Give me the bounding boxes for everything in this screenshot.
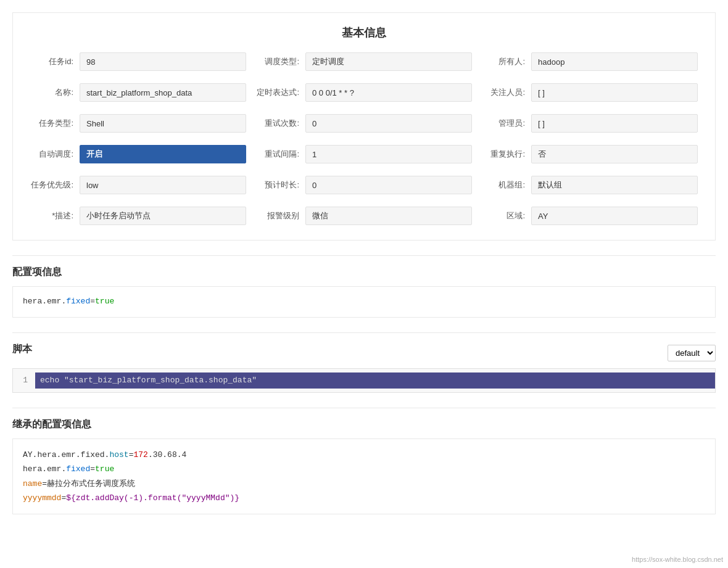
line-content-1: echo "start_biz_platform_shop_data.shop_… (35, 372, 715, 389)
owner-cell: 所有人: hadoop (477, 50, 703, 73)
follower-label: 关注人员: (482, 87, 531, 98)
retry-interval-cell: 重试间隔: 1 (251, 142, 477, 166)
schedule-type-value: 定时调度 (305, 52, 472, 71)
description-cell: *描述: 小时任务启动节点 (25, 204, 251, 228)
admin-label: 管理员: (482, 118, 531, 129)
config-key: fixed (66, 297, 90, 306)
name-label: 名称: (30, 87, 80, 98)
estimated-time-cell: 预计时长: 0 (251, 173, 477, 197)
task-type-label: 任务类型: (30, 118, 80, 129)
auto-schedule-cell: 自动调度: 开启 (25, 142, 251, 166)
name-cell: 名称: start_biz_platform_shop_data (25, 81, 251, 104)
inherited-line1-key: host (109, 450, 128, 459)
retry-interval-label: 重试间隔: (256, 149, 305, 160)
cron-cell: 定时表达式: 0 0 0/1 * * ? (251, 81, 477, 104)
auto-schedule-label: 自动调度: (30, 149, 80, 160)
retry-count-value: 0 (305, 114, 472, 133)
repeat-cell: 重复执行: 否 (477, 142, 703, 166)
priority-label: 任务优先级: (30, 179, 80, 191)
estimated-time-value: 0 (305, 176, 472, 194)
script-title: 脚本 (12, 343, 32, 356)
inherited-line2: hera.emr.fixed=true (23, 462, 705, 476)
line-number-1: 1 (13, 376, 35, 385)
inherited-line1: AY.hera.emr.fixed.host=172.30.68.4 (23, 448, 705, 462)
inherited-line2-eq: = (90, 464, 95, 474)
follower-cell: 关注人员: [ ] (477, 81, 703, 104)
inherited-line1-prefix: AY.hera.emr.fixed. (23, 450, 109, 459)
inherited-title: 继承的配置项信息 (12, 418, 716, 431)
follower-value: [ ] (531, 83, 698, 102)
alarm-level-value: 微信 (305, 207, 472, 225)
config-prefix: hera.emr. (23, 297, 66, 306)
script-section: 脚本 default 1 echo "start_biz_platform_sh… (12, 343, 716, 393)
divider2 (12, 332, 716, 333)
region-value: AY (531, 207, 698, 225)
cron-value: 0 0 0/1 * * ? (305, 83, 472, 102)
inherited-line1-rest: .30.68.4 (148, 450, 186, 459)
region-cell: 区域: AY (477, 204, 703, 228)
admin-value: [ ] (531, 114, 698, 133)
divider3 (12, 408, 716, 408)
inherited-line4-key: yyyymmdd (23, 493, 61, 503)
config-title: 配置项信息 (12, 266, 716, 279)
schedule-type-cell: 调度类型: 定时调度 (251, 50, 477, 73)
divider1 (12, 255, 716, 256)
task-id-label: 任务id: (30, 56, 80, 67)
inherited-line1-num: 172 (133, 450, 147, 459)
inherited-section: 继承的配置项信息 AY.hera.emr.fixed.host=172.30.6… (12, 418, 716, 515)
inherited-box: AY.hera.emr.fixed.host=172.30.68.4 hera.… (12, 438, 716, 515)
description-label: *描述: (30, 210, 80, 221)
config-eq: = (90, 297, 95, 306)
repeat-value: 否 (531, 145, 698, 163)
config-value: true (95, 297, 114, 306)
owner-value: hadoop (531, 52, 698, 71)
inherited-line2-prefix: hera.emr. (23, 464, 66, 474)
script-box: 1 echo "start_biz_platform_shop_data.sho… (12, 368, 716, 393)
basic-info-title: 基本信息 (25, 25, 703, 40)
region-label: 区域: (482, 210, 531, 221)
script-dropdown[interactable]: default (668, 345, 716, 361)
inherited-line2-value: true (95, 464, 114, 474)
task-type-value: Shell (80, 114, 246, 133)
cron-label: 定时表达式: (256, 87, 305, 98)
inherited-line2-key: fixed (66, 464, 90, 474)
config-section: 配置项信息 hera.emr.fixed=true (12, 266, 716, 318)
inherited-line4-value: ${zdt.addDay(-1).format("yyyyMMdd")} (66, 493, 239, 503)
priority-cell: 任务优先级: low (25, 173, 251, 197)
alarm-level-label: 报警级别 (256, 210, 305, 221)
admin-cell: 管理员: [ ] (477, 112, 703, 135)
task-id-value: 98 (80, 52, 246, 71)
machine-group-value: 默认组 (531, 176, 698, 194)
description-value: 小时任务启动节点 (80, 207, 246, 225)
inherited-line3-rest: =赫拉分布式任务调度系统 (42, 479, 135, 488)
machine-group-cell: 机器组: 默认组 (477, 173, 703, 197)
schedule-type-label: 调度类型: (256, 56, 305, 67)
retry-count-label: 重试次数: (256, 118, 305, 129)
config-box: hera.emr.fixed=true (12, 286, 716, 318)
estimated-time-label: 预计时长: (256, 179, 305, 191)
retry-count-cell: 重试次数: 0 (251, 112, 477, 135)
inherited-line4: yyyymmdd=${zdt.addDay(-1).format("yyyyMM… (23, 491, 705, 505)
task-id-cell: 任务id: 98 (25, 50, 251, 73)
machine-group-label: 机器组: (482, 179, 531, 191)
name-value: start_biz_platform_shop_data (80, 83, 246, 102)
inherited-line3-key: name (23, 479, 42, 488)
task-type-cell: 任务类型: Shell (25, 112, 251, 135)
retry-interval-value: 1 (305, 145, 472, 163)
inherited-line3: name=赫拉分布式任务调度系统 (23, 477, 705, 491)
alarm-level-cell: 报警级别 微信 (251, 204, 477, 228)
script-line-1: 1 echo "start_biz_platform_shop_data.sho… (13, 369, 715, 392)
script-header: 脚本 default (12, 343, 716, 363)
owner-label: 所有人: (482, 56, 531, 67)
auto-schedule-value: 开启 (80, 145, 246, 163)
priority-value: low (80, 176, 246, 194)
repeat-label: 重复执行: (482, 149, 531, 160)
